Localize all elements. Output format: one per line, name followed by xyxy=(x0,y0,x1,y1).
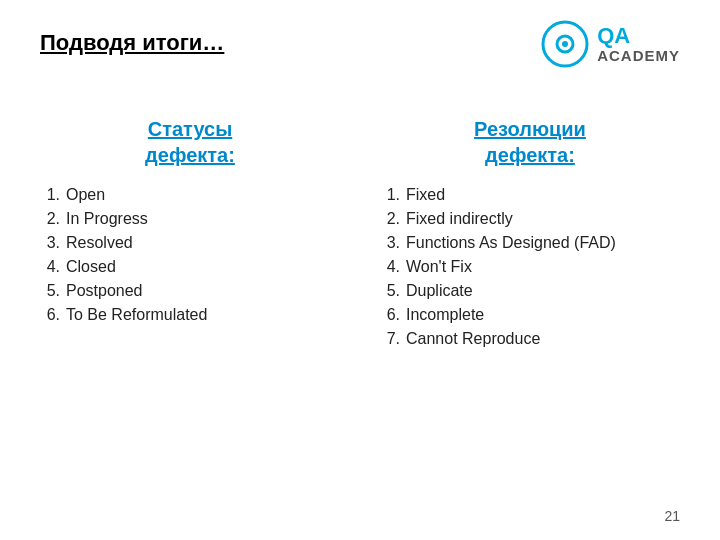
left-section-title: Статусы дефекта: xyxy=(40,116,340,168)
list-item: 6.To Be Reformulated xyxy=(40,306,340,324)
list-item: 1.Fixed xyxy=(380,186,680,204)
list-item: 6.Incomplete xyxy=(380,306,680,324)
right-section-title: Резолюции дефекта: xyxy=(380,116,680,168)
list-item: 3.Resolved xyxy=(40,234,340,252)
list-item: 5.Postponed xyxy=(40,282,340,300)
list-item: 2.In Progress xyxy=(40,210,340,228)
left-column: Статусы дефекта: 1.Open2.In Progress3.Re… xyxy=(40,116,360,354)
list-item: 4.Won't Fix xyxy=(380,258,680,276)
list-item: 1.Open xyxy=(40,186,340,204)
list-item: 2.Fixed indirectly xyxy=(380,210,680,228)
right-list: 1.Fixed2.Fixed indirectly3.Functions As … xyxy=(380,186,680,348)
svg-point-2 xyxy=(562,41,568,47)
content-area: Статусы дефекта: 1.Open2.In Progress3.Re… xyxy=(40,116,680,354)
list-item: 5.Duplicate xyxy=(380,282,680,300)
page-number: 21 xyxy=(664,508,680,524)
logo-area: QA ACADEMY xyxy=(541,20,680,68)
list-item: 7.Cannot Reproduce xyxy=(380,330,680,348)
list-item: 3.Functions As Designed (FAD) xyxy=(380,234,680,252)
logo-qa: QA xyxy=(597,24,680,48)
left-list: 1.Open2.In Progress3.Resolved4.Closed5.P… xyxy=(40,186,340,324)
slide: Подводя итоги… QA ACADEMY Статусы дефект… xyxy=(0,0,720,540)
right-column: Резолюции дефекта: 1.Fixed2.Fixed indire… xyxy=(360,116,680,354)
logo-academy: ACADEMY xyxy=(597,48,680,65)
logo-text: QA ACADEMY xyxy=(597,24,680,65)
logo-icon xyxy=(541,20,589,68)
list-item: 4.Closed xyxy=(40,258,340,276)
